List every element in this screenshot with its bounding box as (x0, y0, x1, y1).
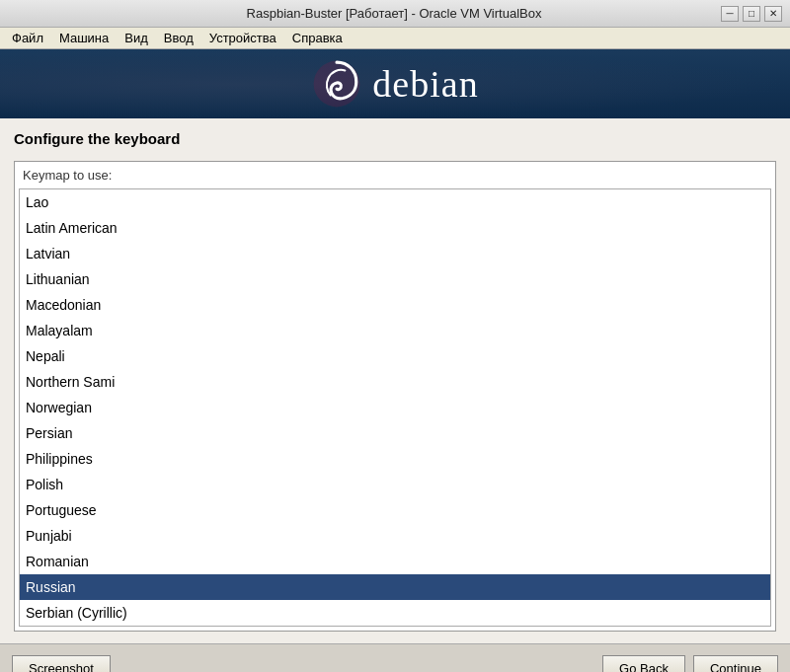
titlebar: Raspbian-Buster [Работает] - Oracle VM V… (0, 0, 790, 28)
header-banner: debian (0, 49, 790, 118)
main-content: Configure the keyboard Keymap to use: La… (0, 118, 790, 643)
debian-text: debian (372, 62, 478, 106)
list-item[interactable]: Lao (20, 189, 770, 215)
bottom-right-buttons: Go Back Continue (602, 655, 778, 673)
list-item[interactable]: Polish (20, 472, 770, 497)
listbox-container: LaoLatin AmericanLatvianLithuanianMacedo… (19, 188, 771, 627)
list-item[interactable]: Romanian (20, 549, 770, 574)
keymap-section: Keymap to use: LaoLatin AmericanLatvianL… (14, 161, 776, 632)
close-button[interactable]: ✕ (764, 6, 782, 22)
list-item[interactable]: Latvian (20, 241, 770, 266)
list-item[interactable]: Serbian (Cyrillic) (20, 600, 770, 626)
list-item[interactable]: Lithuanian (20, 266, 770, 292)
titlebar-controls: ─ □ ✕ (721, 6, 782, 22)
titlebar-title: Raspbian-Buster [Работает] - Oracle VM V… (67, 6, 721, 21)
menu-input[interactable]: Ввод (156, 29, 201, 47)
go-back-button[interactable]: Go Back (602, 655, 685, 673)
debian-swirl-icon (311, 58, 362, 110)
bottom-bar: Screenshot Go Back Continue (0, 643, 790, 672)
list-item[interactable]: Macedonian (20, 292, 770, 318)
menu-devices[interactable]: Устройства (201, 29, 284, 47)
list-item[interactable]: Russian (20, 574, 770, 600)
list-item[interactable]: Northern Sami (20, 369, 770, 395)
debian-logo: debian (311, 58, 478, 110)
list-item[interactable]: Norwegian (20, 395, 770, 420)
list-item[interactable]: Philippines (20, 446, 770, 472)
list-item[interactable]: Malayalam (20, 318, 770, 343)
menu-help[interactable]: Справка (284, 29, 351, 47)
list-item[interactable]: Punjabi (20, 523, 770, 549)
keymap-label: Keymap to use: (19, 166, 771, 185)
continue-button[interactable]: Continue (693, 655, 778, 673)
list-item[interactable]: Latin American (20, 215, 770, 241)
list-item[interactable]: Persian (20, 420, 770, 446)
menubar: Файл Машина Вид Ввод Устройства Справка (0, 28, 790, 49)
menu-machine[interactable]: Машина (51, 29, 117, 47)
list-item[interactable]: Portuguese (20, 497, 770, 523)
list-item[interactable]: Nepali (20, 343, 770, 369)
minimize-button[interactable]: ─ (721, 6, 739, 22)
keyboard-listbox[interactable]: LaoLatin AmericanLatvianLithuanianMacedo… (20, 189, 770, 626)
menu-file[interactable]: Файл (4, 29, 51, 47)
maximize-button[interactable]: □ (743, 6, 760, 22)
screenshot-button[interactable]: Screenshot (12, 655, 111, 673)
menu-view[interactable]: Вид (117, 29, 156, 47)
page-title: Configure the keyboard (14, 130, 776, 147)
